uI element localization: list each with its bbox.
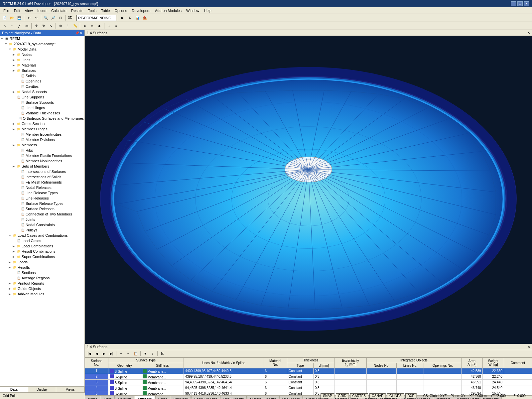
expand-icon-materials[interactable]: ▶	[13, 64, 16, 67]
ttb-sort[interactable]: ↕	[149, 350, 156, 357]
tb-undo[interactable]: ↩	[26, 15, 32, 21]
tb-run[interactable]: ▶	[119, 15, 126, 21]
tree-item-cavities[interactable]: 📋Cavities	[0, 84, 84, 89]
tb2-grid[interactable]: ⋮	[65, 23, 71, 29]
tb-zoom-all[interactable]: ⊡	[57, 15, 64, 21]
tb-3d[interactable]: 3D	[67, 15, 73, 21]
table-row[interactable]: 3 B-Spline Membrane...94,4395-4398,5234,…	[85, 379, 532, 385]
tree-item-ribs[interactable]: 📋Ribs	[0, 148, 84, 153]
nav-tab-data[interactable]: Data	[0, 387, 28, 392]
tree-item-sets-of-members[interactable]: ▶📁Sets of Members	[0, 164, 84, 169]
tb2-wire[interactable]: ◇	[89, 23, 95, 29]
tree-item-guide-objects[interactable]: ▶📁Guide Objects	[0, 286, 84, 291]
close-button[interactable]: ✕	[524, 1, 529, 6]
nav-tab-display[interactable]: Display	[28, 387, 57, 392]
view-close[interactable]: ✕	[527, 31, 530, 35]
tb2-line[interactable]: ╱	[16, 23, 23, 29]
ttb-copy[interactable]: 📋	[132, 350, 139, 357]
bottom-tab-surfaces[interactable]: Surfaces	[135, 396, 155, 399]
tb2-shade[interactable]: ◆	[96, 23, 103, 29]
tree-item-rfem[interactable]: ▼⊞RFEM	[0, 36, 84, 41]
canvas-3d[interactable]	[85, 36, 532, 344]
tree-item-cross-sections[interactable]: ▶📁Cross-Sections	[0, 121, 84, 126]
menu-tools[interactable]: Tools	[86, 8, 98, 13]
ttb-new-row[interactable]: +	[118, 350, 124, 357]
maximize-button[interactable]: □	[517, 1, 523, 6]
tree-item-surface-release-types[interactable]: 📋Surface Release Types	[0, 201, 84, 206]
tree-item-sections[interactable]: 📋Sections	[0, 270, 84, 275]
minimize-button[interactable]: ─	[511, 1, 516, 6]
tb-results[interactable]: 📊	[134, 15, 141, 21]
expand-icon-cross-sections[interactable]: ▶	[13, 122, 16, 125]
tree-item-printout-reports[interactable]: ▶📁Printout Reports	[0, 281, 84, 286]
tb2-load[interactable]: ↓	[106, 23, 112, 29]
tb2-surface[interactable]: ▭	[23, 23, 30, 29]
table-close[interactable]: ✕	[527, 345, 530, 349]
tree-item-line-releases[interactable]: 📋Line Releases	[0, 196, 84, 201]
tb-open[interactable]: 📂	[9, 15, 15, 21]
bottom-tab-solids[interactable]: Solids	[155, 396, 170, 399]
expand-icon-surfaces[interactable]: ▶	[13, 69, 16, 72]
expand-icon-members[interactable]: ▶	[13, 144, 16, 147]
tree-item-add-on-modules[interactable]: ▶📁Add-on Modules	[0, 291, 84, 297]
expand-icon-nodes[interactable]: ▶	[13, 53, 16, 56]
bottom-tab-openings[interactable]: Openings	[171, 396, 191, 399]
nav-pin-button[interactable]: 📌	[75, 31, 79, 35]
tree-item-member-nonlinearities[interactable]: 📋Member Nonlinearities	[0, 158, 84, 164]
tree-item-results[interactable]: ▶📁Results	[0, 265, 84, 270]
tree-item-loads[interactable]: ▶📁Loads	[0, 259, 84, 265]
ttb-prev[interactable]: ◀	[93, 350, 100, 357]
expand-icon-load-cases-comb[interactable]: ▼	[9, 234, 12, 237]
expand-icon-member-hinges[interactable]: ▶	[13, 128, 16, 131]
tb2-result[interactable]: ≡	[113, 23, 120, 29]
tree-item-line-supports[interactable]: 📋Line Supports	[0, 94, 84, 100]
bottom-tab-nodal-supports[interactable]: Nodal Supports	[191, 396, 220, 399]
bottom-tab-surface-supports[interactable]: Surface Supports	[247, 396, 279, 399]
table-row[interactable]: 2 B-Spline Membrane...4399,95,107,4439,4…	[85, 374, 532, 379]
table-row[interactable]: 4 B-Spline Membrane...94,4395-4398,5235,…	[85, 385, 532, 391]
tree-item-project[interactable]: ▼📁20240719_sys-smscamp*	[0, 41, 84, 47]
tree-item-materials[interactable]: ▶📁Materials	[0, 63, 84, 68]
expand-icon-result-combinations[interactable]: ▶	[13, 250, 16, 253]
tree-item-openings[interactable]: 📋Openings	[0, 78, 84, 84]
tree-item-surface-releases[interactable]: 📋Surface Releases	[0, 206, 84, 211]
tree-item-lines[interactable]: ▶📁Lines	[0, 57, 84, 63]
tb2-scale[interactable]: ⤡	[48, 23, 54, 29]
tree-item-load-cases[interactable]: 📋Load Cases	[0, 238, 84, 243]
status-osnap[interactable]: OSNAP	[369, 393, 386, 398]
status-cartes[interactable]: CARTES	[350, 393, 368, 398]
tree-item-load-combinations[interactable]: ▶📁Load Combinations	[0, 243, 84, 249]
bottom-tab-line-supports[interactable]: Line Supports	[220, 396, 247, 399]
expand-icon-rfem[interactable]: ▼	[1, 37, 4, 40]
tb2-node[interactable]: •	[9, 23, 15, 29]
tb-export[interactable]: 📤	[141, 15, 148, 21]
expand-icon-sets-of-members[interactable]: ▶	[13, 165, 16, 168]
bottom-tab-lines[interactable]: Lines	[101, 396, 115, 399]
tree-item-orthotropic[interactable]: 📋Orthotropic Surfaces and Membranes	[0, 116, 84, 121]
status-glines[interactable]: GLINES	[387, 393, 404, 398]
tb2-move[interactable]: ✛	[33, 23, 40, 29]
tb2-measure[interactable]: 📏	[72, 23, 78, 29]
expand-icon-model-data[interactable]: ▼	[9, 48, 12, 51]
tree-item-result-combinations[interactable]: ▶📁Result Combinations	[0, 249, 84, 254]
ttb-next[interactable]: ▶	[101, 350, 107, 357]
tree-item-connection-two[interactable]: 📋Connection of Two Members	[0, 211, 84, 217]
tb-new[interactable]: 📄	[1, 15, 8, 21]
tree-item-nodal-releases[interactable]: 📋Nodal Releases	[0, 185, 84, 190]
expand-icon-guide-objects[interactable]: ▶	[9, 287, 12, 290]
tb2-render[interactable]: ◈	[81, 23, 88, 29]
menu-window[interactable]: Window	[184, 8, 201, 13]
expand-icon-printout-reports[interactable]: ▶	[9, 282, 12, 285]
tb-save[interactable]: 💾	[16, 15, 23, 21]
tb2-snap[interactable]: ⊕	[57, 23, 64, 29]
tb-zoom-out[interactable]: 🔎	[50, 15, 57, 21]
menu-calculate[interactable]: Calculate	[49, 8, 68, 13]
status-grid[interactable]: GRID	[336, 393, 349, 398]
tree-item-member-elastic[interactable]: 📋Member Elastic Foundations	[0, 153, 84, 158]
ttb-last[interactable]: ▶|	[108, 350, 115, 357]
expand-icon-add-on-modules[interactable]: ▶	[9, 293, 12, 296]
bottom-tab-line-hinges[interactable]: Line Hinges	[279, 396, 303, 399]
expand-icon-nodal-supports[interactable]: ▶	[13, 90, 16, 93]
nav-close-button[interactable]: ✕	[80, 31, 82, 35]
tree-item-load-cases-comb[interactable]: ▼📁Load Cases and Combinations	[0, 233, 84, 238]
